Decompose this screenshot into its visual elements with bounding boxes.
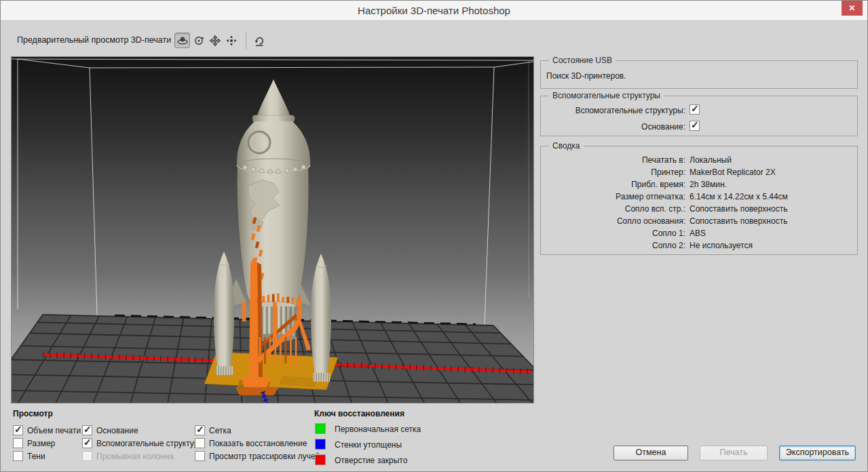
summary-row: Сопло 2:Не используется — [541, 241, 857, 253]
usb-status-text: Поиск 3D-принтеров. — [546, 71, 626, 81]
repair-key-swatch-original-mesh — [315, 423, 326, 434]
repair-key-swatch-thickened-walls — [315, 439, 326, 450]
pan-3d-camera-button[interactable] — [207, 33, 223, 48]
view-shadows-label: Тени — [27, 452, 45, 461]
repair-key-swatch-hole-closed — [315, 454, 326, 465]
view-raytrace-label: Просмотр трассировки лучей — [209, 452, 320, 461]
aux-structures-label: Вспомогательные структуры: — [541, 106, 685, 115]
view-grid-checkbox[interactable] — [195, 425, 205, 435]
slide-3d-camera-icon — [225, 35, 238, 47]
close-button[interactable]: ✕ — [842, 1, 863, 16]
reset-camera-button[interactable] — [251, 33, 267, 48]
view-size-label: Размер — [27, 439, 55, 448]
aux-structures-group-title: Вспомогательные структуры — [549, 91, 664, 100]
aux-structures-group: Вспомогательные структуры Вспомогательны… — [540, 96, 858, 136]
pan-3d-camera-icon — [209, 35, 221, 47]
3d-preview-viewport[interactable] — [12, 57, 533, 403]
preview-toolbar-label: Предварительный просмотр 3D-печати — [17, 35, 171, 45]
print-button: Печать — [700, 446, 768, 460]
title-bar[interactable]: Настройки 3D-печати Photoshop ✕ — [1, 1, 867, 21]
roll-3d-camera-icon — [193, 35, 205, 47]
summary-row: Принтер:MakerBot Replicator 2X — [541, 168, 857, 180]
aux-structures-checkbox[interactable] — [690, 104, 700, 115]
base-label: Основание: — [541, 122, 685, 132]
view-print-volume-checkbox[interactable] — [13, 425, 23, 435]
export-button[interactable]: Экспортировать — [779, 446, 856, 460]
view-aux-structures-checkbox[interactable] — [82, 438, 92, 448]
cancel-button[interactable]: Отмена — [614, 446, 688, 460]
usb-status-group-title: Состояние USB — [549, 56, 616, 65]
repair-key-label-hole-closed: Отверстие закрыто — [335, 456, 407, 465]
slide-3d-camera-button[interactable] — [223, 33, 239, 48]
view-aux-structures-label: Вспомогательные структуры — [96, 439, 204, 448]
3d-print-settings-dialog: Настройки 3D-печати Photoshop ✕ Предвари… — [0, 0, 868, 472]
summary-group-title: Сводка — [549, 141, 584, 151]
base-checkbox[interactable] — [690, 121, 700, 131]
view-base-label: Основание — [96, 426, 138, 435]
view-purge-column-checkbox — [82, 451, 92, 461]
3d-preview-canvas[interactable] — [12, 57, 533, 403]
view-show-repair-label: Показать восстановление — [209, 439, 307, 448]
dialog-title: Настройки 3D-печати Photoshop — [1, 1, 867, 20]
summary-group: Сводка Печатать в:Локальный Принтер:Make… — [540, 146, 858, 255]
view-size-checkbox[interactable] — [13, 438, 23, 448]
view-purge-column-label: Промывная колонна — [96, 452, 174, 461]
orbit-3d-camera-button[interactable] — [174, 33, 190, 48]
view-grid-label: Сетка — [209, 426, 231, 435]
summary-row: Сопло основания:Сопоставить поверхность — [541, 216, 857, 229]
view-section-title: Просмотр — [13, 409, 53, 418]
view-shadows-checkbox[interactable] — [13, 451, 23, 461]
usb-status-group: Состояние USB Поиск 3D-принтеров. — [540, 60, 858, 89]
close-icon: ✕ — [848, 3, 855, 13]
reset-camera-icon — [253, 35, 265, 47]
summary-row: Сопло 1:ABS — [541, 229, 857, 241]
repair-key-label-original-mesh: Первоначальная сетка — [335, 425, 421, 434]
summary-row: Размер отпечатка:6.14см x 14.22см x 5.44… — [541, 192, 857, 204]
summary-row: Печатать в:Локальный — [541, 155, 857, 168]
roll-3d-camera-button[interactable] — [191, 33, 206, 48]
orbit-3d-camera-icon — [176, 35, 189, 47]
view-raytrace-checkbox[interactable] — [195, 451, 205, 461]
view-base-checkbox[interactable] — [82, 425, 92, 435]
repair-key-label-thickened-walls: Стенки утолщены — [335, 440, 402, 450]
toolbar-separator — [246, 31, 246, 50]
view-print-volume-label: Объем печати — [27, 426, 81, 435]
repair-key-title: Ключ восстановления — [314, 409, 404, 418]
view-show-repair-checkbox[interactable] — [195, 438, 205, 448]
summary-row: Прибл. время:2h 38мин. — [541, 180, 857, 192]
summary-row: Сопло всп. стр.:Сопоставить поверхность — [541, 204, 857, 216]
